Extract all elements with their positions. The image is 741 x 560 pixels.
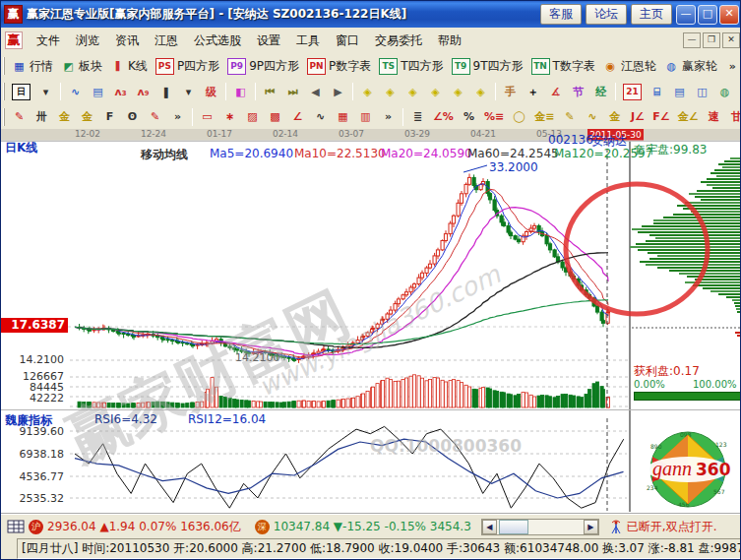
network-button[interactable]: ◍ <box>714 84 735 100</box>
mdi-close-button[interactable]: ✕ <box>722 32 740 48</box>
menu-item-0[interactable]: 文件 <box>29 30 68 52</box>
menu-item-9[interactable]: 帮助 <box>430 30 469 52</box>
square-grid-button[interactable]: ▦ <box>333 108 353 125</box>
mdi-restore-button[interactable]: ❐ <box>703 32 720 48</box>
trend-wave-button[interactable]: ∿ <box>65 84 86 100</box>
box-rays-button[interactable]: ▨ <box>242 108 263 125</box>
diamond-full-button[interactable]: ◈ <box>470 84 491 100</box>
f-angle-button[interactable]: F∠ <box>649 108 672 125</box>
golden-section-2-button[interactable]: 金 <box>77 108 97 125</box>
hand-drag-button[interactable]: 手 <box>500 84 521 100</box>
connection-status-text[interactable]: 已断开,双点打开. <box>627 519 717 535</box>
color-chart-button[interactable]: ◧ <box>230 84 251 100</box>
angle-percent-button[interactable]: ∠% <box>430 108 457 125</box>
close-button[interactable]: ✕ <box>719 5 739 25</box>
wave-3-button[interactable]: ʌ₃ <box>110 84 131 100</box>
draw-pen-2-button[interactable]: ✎ <box>145 108 165 125</box>
crosshair-button[interactable]: ＋ <box>523 84 543 100</box>
gann-angle-button[interactable]: 甘 <box>726 108 741 125</box>
t-digit-table-button[interactable]: TNT数字表 <box>528 57 598 76</box>
gold-angle-button[interactable]: 金∠ <box>675 108 702 125</box>
candle-style-button[interactable]: ❚ <box>155 84 176 100</box>
gann-box-button[interactable]: ▭ <box>197 108 217 125</box>
diamond-fit-button[interactable]: ◈ <box>448 84 468 100</box>
connection-antenna-icon[interactable] <box>609 519 623 534</box>
speed-angle-button[interactable]: 速 <box>704 108 724 125</box>
zigzag-button[interactable]: ∿ <box>310 108 331 125</box>
square-grid-2-button[interactable]: ▥ <box>355 108 376 125</box>
calendar-button[interactable]: 21 <box>620 83 645 101</box>
percent-lines-button[interactable]: %≡ <box>481 108 507 125</box>
9t-square-button[interactable]: T99T四方形 <box>449 57 526 76</box>
notepad-button[interactable]: ▤ <box>669 84 690 100</box>
home-button[interactable]: 主页 <box>631 4 672 25</box>
diamond-expand-button[interactable]: ◈ <box>402 84 423 100</box>
gann-meridian-button[interactable]: 经 <box>590 84 611 100</box>
grid-ruler-button[interactable]: 卅 <box>31 108 52 125</box>
ray-fan-button[interactable]: ∗ <box>219 108 240 125</box>
golden-section-button[interactable]: 金 <box>54 108 75 125</box>
toolbar1-more-button[interactable]: » <box>722 58 741 75</box>
p-digit-table-button[interactable]: PNP数字表 <box>304 57 374 76</box>
diamond-right-button[interactable]: ◈ <box>380 84 401 100</box>
gold-lines-button[interactable]: 金≡ <box>531 108 557 125</box>
period-dropdown-button[interactable]: ▾ <box>35 84 56 100</box>
maximize-button[interactable]: □ <box>698 5 717 25</box>
menu-item-8[interactable]: 交易委托 <box>367 30 430 52</box>
mdi-minimize-button[interactable]: — <box>683 32 701 48</box>
time-circle-button[interactable]: ʘ <box>122 108 143 125</box>
menu-item-3[interactable]: 江恩 <box>147 30 186 52</box>
box-cross-button[interactable]: ▩ <box>265 108 285 125</box>
chart-region[interactable]: 12-0212-2401-1702-1403-0703-2904-2105-13… <box>1 129 741 513</box>
winner-wheel-button[interactable]: ◍赢家轮 <box>661 57 720 76</box>
fibonacci-f-button[interactable]: F <box>99 108 120 125</box>
p-square-button[interactable]: PSP四方形 <box>153 57 222 76</box>
gold-circle-button[interactable]: ◯ <box>509 108 529 125</box>
menu-item-6[interactable]: 工具 <box>288 30 328 52</box>
menu-item-4[interactable]: 公式选股 <box>186 30 249 52</box>
gold-tool-button[interactable]: 金 <box>604 108 625 125</box>
diamond-left-button[interactable]: ◈ <box>357 84 378 100</box>
stat-level-button[interactable]: 级 <box>201 84 221 100</box>
prev-bar-button[interactable]: ◀ <box>305 84 326 100</box>
shanghai-index[interactable]: 2936.04 ▲1.94 0.07% 1636.06亿 <box>47 519 241 535</box>
save-button[interactable]: ◫ <box>692 84 712 100</box>
first-bar-button[interactable]: ⏮ <box>260 84 280 100</box>
j-angle-button[interactable]: J∠ <box>627 108 648 125</box>
sector-blocks-button[interactable]: ◩板块 <box>58 57 105 76</box>
market-quotes-button[interactable]: ▦行情 <box>9 57 56 76</box>
percent-button[interactable]: % <box>459 108 479 125</box>
shenzhen-index[interactable]: 10347.84 ▼-15.25 -0.15% 3454.3 <box>274 520 471 533</box>
service-button[interactable]: 客服 <box>540 4 582 25</box>
scroll-left-button[interactable]: ◀ <box>482 520 497 534</box>
candle-dropdown-button[interactable]: ▾ <box>178 84 199 100</box>
toolbar3-more-2-button[interactable]: » <box>378 108 399 125</box>
title-bar[interactable]: 赢 赢家江恩专业版[赢家内部服务平台] - [安纳达 SZ002136-122日… <box>1 1 741 28</box>
toolbar-grip[interactable] <box>3 57 5 75</box>
9p-square-button[interactable]: P99P四方形 <box>224 57 302 76</box>
last-bar-button[interactable]: ⏭ <box>282 84 303 100</box>
menu-item-1[interactable]: 浏览 <box>68 30 107 52</box>
diamond-shrink-button[interactable]: ◈ <box>425 84 446 100</box>
toolbar3-more-1-button[interactable]: » <box>167 108 188 125</box>
menu-item-5[interactable]: 设置 <box>249 30 288 52</box>
kline-button[interactable]: ⫼K线 <box>107 57 151 76</box>
gann-festival-button[interactable]: 节 <box>568 84 588 100</box>
toolbar-grip[interactable] <box>3 108 5 126</box>
f10-info-button[interactable]: ▤ <box>88 84 108 100</box>
menu-item-7[interactable]: 窗口 <box>328 30 367 52</box>
scroll-right-button[interactable]: ▶ <box>584 520 598 534</box>
draw-pen-button[interactable]: ✎ <box>9 108 30 125</box>
scale-ruler-button[interactable]: ≣ <box>407 108 428 125</box>
horizontal-scrollbar[interactable]: ◀ ▶ <box>481 519 599 535</box>
angle-lines-button[interactable]: ∠ <box>287 108 308 125</box>
quote-table-icon[interactable] <box>7 520 25 533</box>
minimize-button[interactable]: — <box>676 5 696 25</box>
scrollbar-thumb[interactable] <box>499 520 528 534</box>
t-square-button[interactable]: TST四方形 <box>376 57 446 76</box>
gold-wave-button[interactable]: ∿ <box>582 108 602 125</box>
wave-9-button[interactable]: ʌ₉ <box>133 84 154 100</box>
calculator-button[interactable]: ⌸ <box>647 84 667 100</box>
period-day-button[interactable]: 日 <box>9 83 33 101</box>
gold-pen-button[interactable]: ✎ <box>559 108 580 125</box>
